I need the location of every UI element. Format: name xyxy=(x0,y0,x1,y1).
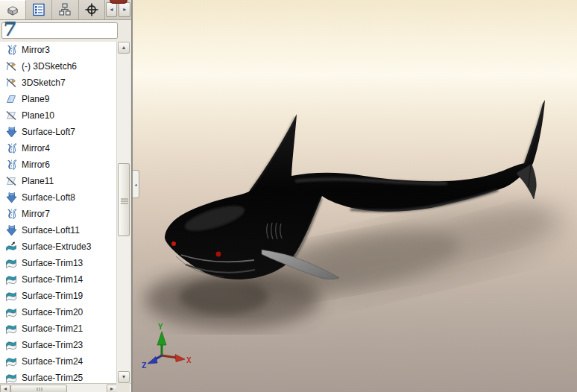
mirror-icon xyxy=(5,142,17,154)
tree-item-label: Surface-Trim21 xyxy=(22,323,83,334)
tree-item-3dsketch7[interactable]: 3DSketch7 xyxy=(0,75,118,91)
tab-scroll-right-button[interactable]: ▸ xyxy=(119,2,130,17)
tab-dimxpertmanager[interactable] xyxy=(79,0,105,19)
tree-filter-row: 7 xyxy=(0,20,131,41)
crosshair-icon xyxy=(84,2,99,17)
tree-item-label: Surface-Trim20 xyxy=(22,307,83,317)
clipped-red-icon xyxy=(110,0,127,4)
shark-eye xyxy=(171,241,176,246)
tree-item-mirror6[interactable]: Mirror6 xyxy=(0,157,118,173)
surface-trim-icon xyxy=(5,323,17,335)
tree-item-surface-trim20[interactable]: Surface-Trim20 xyxy=(0,304,118,320)
plane-hidden-icon xyxy=(5,175,17,187)
surface-loft-icon xyxy=(5,224,17,236)
tree-item-mirror3[interactable]: Mirror3 xyxy=(0,42,118,58)
horizontal-scrollbar[interactable]: ◂ ▸ xyxy=(0,383,131,392)
tree-item-label: Mirror6 xyxy=(22,159,50,170)
tree-item-label: Surface-Trim24 xyxy=(22,356,83,367)
tree-item-mirror7[interactable]: Mirror7 xyxy=(0,206,118,222)
scroll-right-icon[interactable]: ▸ xyxy=(107,385,117,392)
tab-configurationmanager[interactable] xyxy=(52,0,78,19)
surface-trim-icon xyxy=(5,306,17,318)
configuration-icon xyxy=(57,2,72,17)
tree-item-surface-loft7[interactable]: Surface-Loft7 xyxy=(0,124,118,140)
tree-item-surface-trim14[interactable]: Surface-Trim14 xyxy=(0,271,118,288)
mirror-icon xyxy=(5,208,17,220)
tree-item-label: Mirror3 xyxy=(22,45,50,55)
scroll-down-icon[interactable]: ▾ xyxy=(118,371,130,383)
tree-item-label: Surface-Trim19 xyxy=(22,291,83,301)
tree-item-mirror4[interactable]: Mirror4 xyxy=(0,140,118,157)
solidworks-window: ◂ ▸ 7 Mirror3 (-) 3DSketch6 3DSketch7 Pl… xyxy=(0,0,577,392)
orientation-triad: Y X Z xyxy=(142,322,192,370)
mouth-marker xyxy=(216,252,221,257)
tree-item-label: Surface-Loft8 xyxy=(22,192,75,203)
tree-item-surface-trim25[interactable]: Surface-Trim25 xyxy=(0,370,118,383)
tree-item-label: Surface-Loft7 xyxy=(22,127,75,137)
feature-tree-icon xyxy=(31,2,46,17)
tab-propertymanager[interactable] xyxy=(26,0,52,19)
tree-item-plane9[interactable]: Plane9 xyxy=(0,91,118,107)
panel-collapse-handle[interactable]: ◂ xyxy=(133,170,139,198)
surface-trim-icon xyxy=(5,257,17,269)
tree-item-label: Surface-Trim23 xyxy=(22,340,83,350)
scroll-up-icon[interactable]: ▴ xyxy=(118,42,130,54)
tree-item-plane11[interactable]: Plane11 xyxy=(0,173,118,189)
y-axis-label: Y xyxy=(158,322,163,332)
thumb-grip xyxy=(37,388,38,391)
surface-trim-icon xyxy=(5,274,17,285)
tree-item-surface-trim24[interactable]: Surface-Trim24 xyxy=(0,353,118,370)
tree-item-label: Surface-Loft11 xyxy=(22,225,80,235)
y-axis-arrow-icon xyxy=(157,332,166,345)
panel-tab-bar: ◂ ▸ xyxy=(0,0,131,20)
feature-tree: Mirror3 (-) 3DSketch6 3DSketch7 Plane9 P… xyxy=(0,42,118,383)
tree-item-label: Surface-Extrude3 xyxy=(22,241,91,252)
tree-item-surface-trim19[interactable]: Surface-Trim19 xyxy=(0,288,118,304)
surface-loft-icon xyxy=(5,192,17,203)
sketch3d-icon xyxy=(5,60,17,72)
horizontal-scrollbar-thumb[interactable] xyxy=(10,385,67,392)
scroll-left-icon[interactable]: ◂ xyxy=(0,385,10,392)
tree-item-plane10[interactable]: Plane10 xyxy=(0,107,118,124)
tree-item-3dsketch6[interactable]: (-) 3DSketch6 xyxy=(0,58,118,75)
tree-item-surface-loft11[interactable]: Surface-Loft11 xyxy=(0,222,118,238)
tree-item-label: Mirror7 xyxy=(22,209,50,219)
tree-item-surface-extrude3[interactable]: Surface-Extrude3 xyxy=(0,238,118,255)
tree-item-surface-trim23[interactable]: Surface-Trim23 xyxy=(0,337,118,353)
z-axis-label: Z xyxy=(142,361,147,370)
tab-scroll-left-button[interactable]: ◂ xyxy=(106,2,118,17)
graphics-viewport[interactable]: Y X Z ◂ xyxy=(133,0,577,392)
tree-item-label: Plane11 xyxy=(22,176,54,186)
x-axis-arrow-icon xyxy=(175,355,185,362)
tree-item-surface-trim21[interactable]: Surface-Trim21 xyxy=(0,320,118,337)
plane-icon xyxy=(5,93,17,105)
tree-item-label: Mirror4 xyxy=(22,143,50,154)
tree-item-label: Surface-Trim25 xyxy=(22,373,83,383)
tree-item-surface-trim13[interactable]: Surface-Trim13 xyxy=(0,255,118,271)
mirror-icon xyxy=(5,44,17,56)
surface-loft-icon xyxy=(5,126,17,138)
surface-trim-icon xyxy=(5,290,17,302)
z-axis-arrow-icon xyxy=(148,357,157,364)
tree-item-label: Plane9 xyxy=(22,94,49,104)
tree-item-label: Surface-Trim14 xyxy=(22,274,83,285)
tree-item-label: (-) 3DSketch6 xyxy=(22,61,77,72)
x-axis-label: X xyxy=(186,355,192,365)
sketch3d-icon xyxy=(5,77,17,89)
tree-item-label: 3DSketch7 xyxy=(22,78,66,88)
tree-item-surface-loft8[interactable]: Surface-Loft8 xyxy=(0,189,118,206)
shark-model-scene: Y X Z xyxy=(133,0,577,392)
part-icon xyxy=(4,3,21,18)
surface-trim-icon xyxy=(5,372,17,383)
surface-extrude-icon xyxy=(5,241,17,253)
thumb-grip xyxy=(121,198,128,200)
tree-filter-value: 7 xyxy=(1,18,17,40)
scrollbar-corner xyxy=(116,383,130,392)
vertical-scrollbar[interactable]: ▴ ▾ xyxy=(116,42,130,383)
feature-manager-panel: ◂ ▸ 7 Mirror3 (-) 3DSketch6 3DSketch7 Pl… xyxy=(0,0,133,392)
tree-item-label: Surface-Trim13 xyxy=(22,258,83,268)
tab-featuremanager[interactable] xyxy=(0,0,26,19)
plane-hidden-icon xyxy=(5,110,17,121)
vertical-scrollbar-thumb[interactable] xyxy=(118,163,130,236)
tree-filter-input[interactable]: 7 xyxy=(1,22,118,39)
